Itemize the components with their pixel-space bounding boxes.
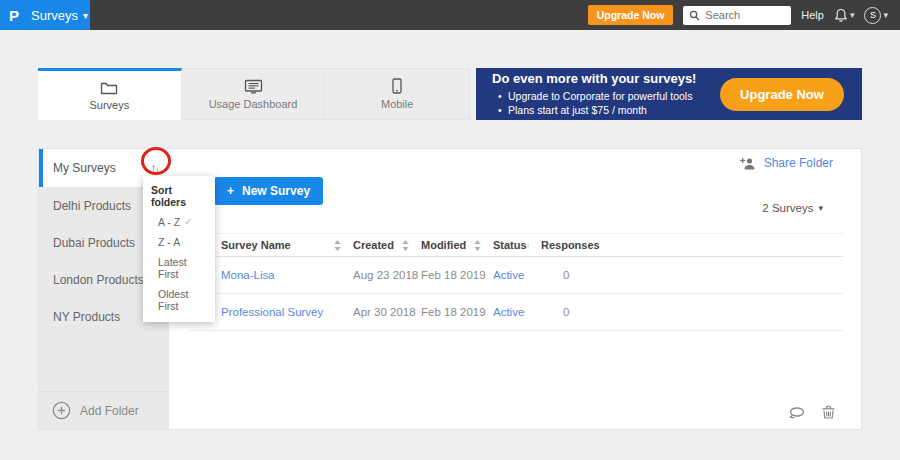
mobile-icon (392, 78, 402, 94)
survey-list-area: Share Folder + New Survey 2 Surveys ▾ Su… (169, 149, 861, 429)
tab-surveys[interactable]: Surveys (38, 68, 182, 120)
restore-icon[interactable] (788, 406, 806, 419)
plus-icon: + (227, 184, 234, 198)
bell-icon (834, 8, 848, 23)
page: P Surveys ▾ Upgrade Now Help ▾ S ▾ (0, 0, 900, 460)
promo-banner: Do even more with your surveys! • Upgrad… (476, 68, 862, 120)
survey-count-label: 2 Surveys (762, 202, 813, 214)
table-row: Professional Survey Apr 30 2018 Feb 18 2… (189, 294, 843, 331)
surveys-table: Survey Name Created Modified Status (189, 233, 843, 331)
sidebar-item-label: London Products (53, 273, 144, 287)
share-folder-link[interactable]: Share Folder (740, 156, 833, 170)
column-header-created[interactable]: Created (353, 239, 421, 251)
sidebar-item-label: Dubai Products (53, 236, 135, 250)
account-menu[interactable]: S ▾ (864, 7, 888, 24)
banner-bullet-text: Plans start at just $75 / month (508, 104, 647, 116)
bullet-icon: • (498, 103, 502, 117)
sort-option-oldest-first[interactable]: Oldest First (151, 288, 207, 312)
tab-mobile[interactable]: Mobile (325, 69, 469, 119)
trash-icon[interactable] (821, 405, 836, 420)
sidebar-item-label: My Surveys (53, 161, 116, 175)
modified-cell: Feb 18 2019 (421, 306, 493, 318)
dashboard-icon (244, 79, 263, 94)
upgrade-now-button[interactable]: Upgrade Now (588, 5, 674, 25)
sort-menu-title: Sort folders (151, 184, 207, 208)
column-header-responses[interactable]: Responses (541, 239, 597, 251)
tab-usage-dashboard[interactable]: Usage Dashboard (182, 69, 326, 119)
share-person-icon (740, 157, 757, 170)
status-badge: Active (493, 269, 541, 281)
created-cell: Apr 30 2018 (353, 306, 421, 318)
banner-text: Do even more with your surveys! • Upgrad… (492, 71, 696, 117)
chevron-down-icon: ▾ (850, 10, 855, 20)
top-row: Surveys Usage Dashboard Mobile (38, 68, 862, 120)
search-box (683, 6, 791, 25)
banner-title: Do even more with your surveys! (492, 71, 696, 86)
sort-option-a-z[interactable]: A - Z ✓ (151, 216, 207, 228)
table-row: Mona-Lisa Aug 23 2018 Feb 18 2019 Active… (189, 257, 843, 294)
tab-label: Usage Dashboard (209, 98, 298, 110)
help-link[interactable]: Help (801, 9, 824, 21)
topbar-right: Upgrade Now Help ▾ S ▾ (588, 5, 900, 25)
tab-bar: Surveys Usage Dashboard Mobile (38, 68, 470, 120)
table-header-row: Survey Name Created Modified Status (189, 233, 843, 257)
banner-bullet: • Plans start at just $75 / month (492, 103, 696, 117)
list-actions (788, 405, 836, 420)
sort-folders-menu: Sort folders A - Z ✓ Z - A Latest First … (143, 176, 215, 322)
add-folder-button[interactable]: Add Folder (39, 391, 169, 429)
app-switcher-label: Surveys (31, 8, 78, 23)
tab-label: Mobile (381, 98, 413, 110)
app-switcher-menu[interactable]: Surveys ▾ (31, 8, 88, 23)
column-sort-icon[interactable] (474, 240, 481, 251)
status-badge: Active (493, 306, 541, 318)
app-logo[interactable]: P (9, 7, 19, 24)
survey-count-dropdown[interactable]: 2 Surveys ▾ (762, 202, 823, 214)
check-icon: ✓ (184, 216, 192, 228)
survey-name-link[interactable]: Professional Survey (221, 306, 323, 318)
plus-circle-icon (52, 401, 71, 420)
tab-label: Surveys (89, 99, 129, 111)
banner-bullet: • Upgrade to Corporate for powerful tool… (492, 89, 696, 103)
chevron-down-icon: ▾ (883, 10, 888, 20)
topbar: P Surveys ▾ Upgrade Now Help ▾ S ▾ (0, 0, 900, 30)
column-header-modified[interactable]: Modified (421, 239, 493, 251)
sidebar-item-label: NY Products (53, 310, 120, 324)
notifications-menu[interactable]: ▾ (834, 8, 855, 23)
column-sort-icon[interactable] (527, 240, 529, 251)
sort-option-latest-first[interactable]: Latest First (151, 256, 207, 280)
sort-folders-icon[interactable]: ↑↓ (151, 163, 161, 173)
chevron-down-icon: ▾ (818, 203, 823, 213)
share-folder-label: Share Folder (764, 156, 833, 170)
banner-upgrade-button[interactable]: Upgrade Now (720, 78, 844, 111)
content: Surveys Usage Dashboard Mobile (0, 30, 900, 430)
new-survey-label: New Survey (242, 184, 310, 198)
column-header-status[interactable]: Status (493, 239, 541, 251)
responses-cell: 0 (541, 306, 597, 318)
folder-icon (100, 80, 118, 95)
column-sort-icon[interactable] (334, 240, 341, 251)
survey-name-link[interactable]: Mona-Lisa (221, 269, 275, 281)
modified-cell: Feb 18 2019 (421, 269, 493, 281)
banner-bullet-text: Upgrade to Corporate for powerful tools (508, 90, 692, 102)
sidebar-item-label: Delhi Products (53, 199, 131, 213)
search-input[interactable] (705, 9, 785, 21)
avatar: S (864, 7, 881, 24)
logo-block: P Surveys ▾ (0, 0, 90, 30)
column-sort-icon[interactable] (402, 240, 409, 251)
new-survey-button[interactable]: + New Survey (214, 177, 323, 205)
column-header-survey-name[interactable]: Survey Name (221, 239, 353, 251)
sort-option-z-a[interactable]: Z - A (151, 236, 207, 248)
created-cell: Aug 23 2018 (353, 269, 421, 281)
chevron-down-icon: ▾ (83, 10, 88, 21)
responses-cell: 0 (541, 269, 597, 281)
bullet-icon: • (498, 89, 502, 103)
search-icon (689, 10, 700, 21)
add-folder-label: Add Folder (80, 404, 139, 418)
